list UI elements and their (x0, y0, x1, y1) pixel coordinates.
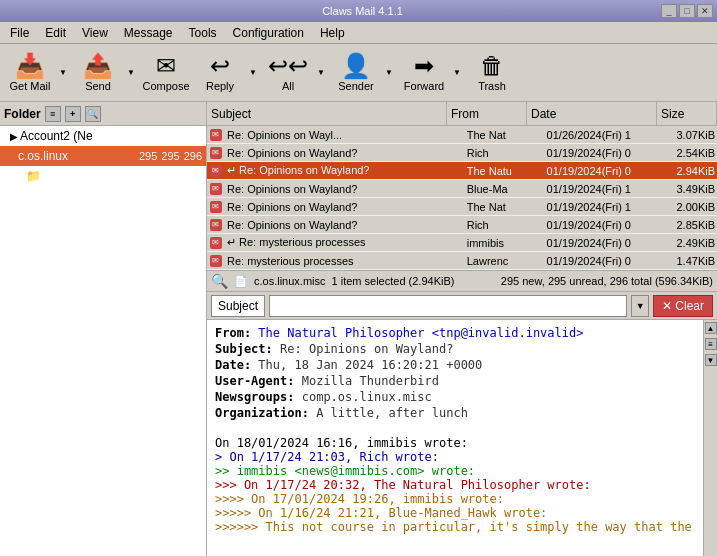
msg-size: 3.49KiB (674, 183, 717, 195)
folder-count1: 295 (137, 150, 159, 162)
msg-date: 01/19/2024(Fri) 1 (545, 183, 675, 195)
reply-dropdown[interactable]: ▼ (246, 47, 260, 99)
msg-date: 01/19/2024(Fri) 0 (545, 219, 675, 231)
msg-status: ✉ (207, 165, 225, 177)
forward-button[interactable]: ➡Forward (398, 47, 450, 99)
msg-from: Lawrenc (465, 255, 545, 267)
compose-button[interactable]: ✉Compose (140, 47, 192, 99)
msg-row[interactable]: ✉↵ Re: Opinions on Wayland?The Natu01/19… (207, 162, 717, 180)
get-mail-dropdown[interactable]: ▼ (56, 47, 70, 99)
menu-item-configuration[interactable]: Configuration (225, 24, 312, 42)
toolbar: 📥Get Mail▼📤Send▼✉Compose↩Reply▼↩↩All▼👤Se… (0, 44, 717, 102)
trash-icon: 🗑 (480, 54, 504, 78)
from-line: From: The Natural Philosopher <tnp@inval… (215, 326, 695, 340)
status-search-icon[interactable]: 🔍 (211, 273, 228, 289)
folder-row-cos-linux[interactable]: c.os.linux 295 295 296 (0, 146, 206, 166)
searchbar: Subject ▼ ✕ Clear (207, 292, 717, 320)
send-icon: 📤 (83, 54, 113, 78)
col-header-size[interactable]: Size (657, 102, 717, 125)
tool-group-trash: 🗑Trash (466, 47, 518, 99)
msg-from: The Nat (465, 129, 545, 141)
menu-item-edit[interactable]: Edit (37, 24, 74, 42)
msg-row[interactable]: ✉Re: Opinions on Wayl...The Nat01/26/202… (207, 126, 717, 144)
sender-dropdown[interactable]: ▼ (382, 47, 396, 99)
col-header-date[interactable]: Date (527, 102, 657, 125)
tool-group-sender: 👤Sender▼ (330, 47, 396, 99)
menu-item-tools[interactable]: Tools (181, 24, 225, 42)
msg-subject: Re: Opinions on Wayland? (225, 183, 465, 195)
message-body-text: On 18/01/2024 16:16, immibis wrote:> On … (215, 422, 695, 534)
sender-label: Sender (338, 80, 373, 92)
msg-row[interactable]: ✉Re: mysterious processesLawrenc01/19/20… (207, 252, 717, 270)
msg-status: ✉ (207, 255, 225, 267)
msg-subject: Re: mysterious processes (225, 255, 465, 267)
search-dropdown-btn[interactable]: ▼ (631, 295, 649, 317)
send-dropdown[interactable]: ▼ (124, 47, 138, 99)
body-line: >>>>>> This not course in particular, it… (215, 520, 695, 534)
msg-row[interactable]: ✉Re: Opinions on Wayland?Rich01/19/2024(… (207, 216, 717, 234)
folder-search-btn[interactable]: 🔍 (85, 106, 101, 122)
send-label: Send (85, 80, 111, 92)
msg-row[interactable]: ✉Re: Opinions on Wayland?Rich01/19/2024(… (207, 144, 717, 162)
sidebar-mid-btn[interactable]: ≡ (705, 338, 717, 350)
search-subject-label: Subject (211, 295, 265, 317)
all-button[interactable]: ↩↩All (262, 47, 314, 99)
message-body[interactable]: From: The Natural Philosopher <tnp@inval… (207, 320, 703, 556)
msg-row[interactable]: ✉Re: Opinions on Wayland?The Nat01/19/20… (207, 198, 717, 216)
maximize-button[interactable]: □ (679, 4, 695, 18)
msg-from: The Natu (465, 165, 545, 177)
from-val: The Natural Philosopher <tnp@invalid.inv… (258, 326, 583, 340)
msg-status: ✉ (207, 183, 225, 195)
sender-button[interactable]: 👤Sender (330, 47, 382, 99)
tool-group-get-mail: 📥Get Mail▼ (4, 47, 70, 99)
msg-size: 2.49KiB (674, 237, 717, 249)
status-file: c.os.linux.misc (254, 275, 326, 287)
menu-item-help[interactable]: Help (312, 24, 353, 42)
main-area: Folder ≡ + 🔍 ▶ Account2 (Ne c.os.linux 2… (0, 102, 717, 556)
minimize-button[interactable]: _ (661, 4, 677, 18)
subject-val: Re: Opinions on Wayland? (280, 342, 453, 356)
menu-item-message[interactable]: Message (116, 24, 181, 42)
folder-row-unknown[interactable]: 📁 (0, 166, 206, 186)
msg-row[interactable]: ✉↵ Re: mysterious processesimmibis01/19/… (207, 234, 717, 252)
get-mail-icon: 📥 (15, 54, 45, 78)
get-mail-button[interactable]: 📥Get Mail (4, 47, 56, 99)
tool-group-compose: ✉Compose (140, 47, 192, 99)
folder-expand-btn[interactable]: + (65, 106, 81, 122)
folder-toggle-btn[interactable]: ≡ (45, 106, 61, 122)
close-button[interactable]: ✕ (697, 4, 713, 18)
all-dropdown[interactable]: ▼ (314, 47, 328, 99)
msg-from: Rich (465, 147, 545, 159)
get-mail-label: Get Mail (10, 80, 51, 92)
folder-row-account2[interactable]: ▶ Account2 (Ne (0, 126, 206, 146)
msg-date: 01/19/2024(Fri) 0 (545, 147, 675, 159)
body-line: On 18/01/2024 16:16, immibis wrote: (215, 436, 695, 450)
trash-button[interactable]: 🗑Trash (466, 47, 518, 99)
msg-from: The Nat (465, 201, 545, 213)
col-header-from[interactable]: From (447, 102, 527, 125)
msg-size: 1.47KiB (674, 255, 717, 267)
clear-button[interactable]: ✕ Clear (653, 295, 713, 317)
search-input[interactable] (269, 295, 627, 317)
col-header-subject[interactable]: Subject (207, 102, 447, 125)
useragent-line: User-Agent: Mozilla Thunderbird (215, 374, 695, 388)
msglist-header: Subject From Date Size (207, 102, 717, 126)
msg-date: 01/19/2024(Fri) 1 (545, 201, 675, 213)
msg-status: ✉ (207, 129, 225, 141)
body-line: >>> On 1/17/24 20:32, The Natural Philos… (215, 478, 695, 492)
forward-dropdown[interactable]: ▼ (450, 47, 464, 99)
sidebar-bot-btn[interactable]: ▼ (705, 354, 717, 366)
sender-icon: 👤 (341, 54, 371, 78)
folder-panel: Folder ≡ + 🔍 ▶ Account2 (Ne c.os.linux 2… (0, 102, 207, 556)
all-arrow-icon: ▼ (317, 68, 325, 77)
subject-key: Subject: (215, 342, 273, 356)
subject-line: Subject: Re: Opinions on Wayland? (215, 342, 695, 356)
useragent-key: User-Agent: (215, 374, 294, 388)
menu-item-file[interactable]: File (2, 24, 37, 42)
menu-item-view[interactable]: View (74, 24, 116, 42)
msgbody-container: From: The Natural Philosopher <tnp@inval… (207, 320, 717, 556)
msg-row[interactable]: ✉Re: Opinions on Wayland?Blue-Ma01/19/20… (207, 180, 717, 198)
send-button[interactable]: 📤Send (72, 47, 124, 99)
reply-button[interactable]: ↩Reply (194, 47, 246, 99)
sidebar-top-btn[interactable]: ▲ (705, 322, 717, 334)
